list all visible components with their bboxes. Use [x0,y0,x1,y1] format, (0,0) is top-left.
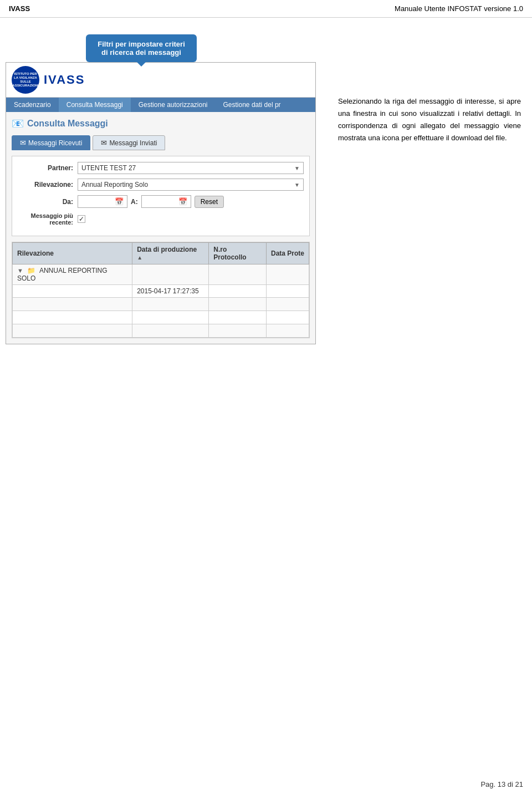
tab-icon-sent: ✉ [101,139,107,147]
partner-select[interactable]: UTENTE TEST 27 ▼ [78,162,304,174]
ivass-logo-circle: ISTITUTO PER LA VIGILANZA SULLE ASSICURA… [12,66,39,94]
page-number: Pag. 13 di 21 [480,780,523,788]
group-proto [209,264,267,285]
form-row-messaggio: Messaggio più recente: ✓ [18,212,304,226]
date-range-row: 📅 A: 📅 Reset [78,195,224,208]
checkbox-check: ✓ [79,215,84,223]
table-body: ▼ 📁 ANNUAL REPORTING SOLO [13,264,309,338]
form-row-date: Da: 📅 A: 📅 Reset [18,195,304,208]
child-rilevazione [13,285,132,298]
ivass-abbr: IVASS [44,73,85,87]
ivass-logo-inner-text: ISTITUTO PER LA VIGILANZA SULLE ASSICURA… [12,72,38,88]
navbar: Scadenzario Consulta Messaggi Gestione a… [6,98,315,112]
site-name: IVASS [9,4,30,13]
nav-gestione-dati[interactable]: Gestione dati del pr [216,98,289,112]
main-content: Filtri per impostare criteri di ricerca … [0,18,532,350]
tab-label-received: Messaggi Ricevuti [28,139,82,147]
folder-icon: 📁 [27,267,35,274]
tooltip-line2: di ricerca dei messaggi [101,48,181,57]
rilevazione-select[interactable]: Annual Reporting Solo ▼ [78,179,304,191]
ivass-logo-area: ISTITUTO PER LA VIGILANZA SULLE ASSICURA… [12,66,85,94]
left-panel: Filtri per impostare criteri di ricerca … [0,18,321,350]
group-data [132,264,209,285]
da-label: Da: [18,198,73,206]
right-panel: Selezionando la riga del messaggio di in… [321,84,532,350]
group-rilevazione: ▼ 📁 ANNUAL REPORTING SOLO [13,264,132,285]
tab-icon-received: ✉ [20,139,26,147]
group-data-proto [266,264,309,285]
child-protocollo [209,285,267,298]
reset-button[interactable]: Reset [195,196,224,208]
table-row-empty-3 [13,324,309,338]
manual-title: Manuale Utente INFOSTAT versione 1.0 [395,4,523,13]
tab-bar: ✉ Messaggi Ricevuti ✉ Messaggi Inviati [12,135,310,150]
tree-expand-icon: ▼ [17,267,23,274]
col-data-proto: Data Prote [266,243,309,264]
app-content: 📧 Consulta Messaggi ✉ Messaggi Ricevuti … [6,112,315,344]
form-row-rilevazione: Rilevazione: Annual Reporting Solo ▼ [18,179,304,191]
page-header: IVASS Manuale Utente INFOSTAT versione 1… [0,0,532,18]
form-panel: Partner: UTENTE TEST 27 ▼ Rilevazione: A… [12,156,310,236]
col-rilevazione: Rilevazione [13,243,132,264]
tooltip-bubble: Filtri per impostare criteri di ricerca … [86,34,197,62]
data-table-container: Rilevazione Data di produzione ▲ N.ro Pr… [12,242,310,338]
description-text: Selezionando la riga del messaggio di in… [338,95,521,144]
partner-value: UTENTE TEST 27 [81,164,136,172]
rilevazione-select-arrow: ▼ [294,182,300,188]
form-row-partner: Partner: UTENTE TEST 27 ▼ [18,162,304,174]
tab-messaggi-inviati[interactable]: ✉ Messaggi Inviati [93,135,165,150]
messaggio-checkbox[interactable]: ✓ [78,215,85,223]
tab-label-sent: Messaggi Inviati [109,139,157,147]
table-row-empty-1 [13,298,309,311]
section-title: Consulta Messaggi [27,119,108,129]
a-date-input[interactable]: 📅 [141,195,191,208]
data-table: Rilevazione Data di produzione ▲ N.ro Pr… [12,242,309,338]
tooltip-line1: Filtri per impostare criteri [98,40,185,48]
da-calendar-icon: 📅 [115,197,124,206]
sort-icon: ▲ [137,255,142,261]
a-calendar-icon: 📅 [178,197,187,206]
app-screenshot: ISTITUTO PER LA VIGILANZA SULLE ASSICURA… [6,62,316,344]
nav-scadenzario[interactable]: Scadenzario [6,98,59,112]
rilevazione-value: Annual Reporting Solo [81,181,148,189]
ivass-logo-text-block: IVASS [44,73,85,87]
partner-select-arrow: ▼ [294,165,300,171]
col-data-produzione[interactable]: Data di produzione ▲ [132,243,209,264]
table-row-group[interactable]: ▼ 📁 ANNUAL REPORTING SOLO [13,264,309,285]
table-row-child[interactable]: 2015-04-17 17:27:35 [13,285,309,298]
child-data-proto [266,285,309,298]
section-icon: 📧 [12,118,24,130]
child-data-produzione: 2015-04-17 17:27:35 [132,285,209,298]
table-header: Rilevazione Data di produzione ▲ N.ro Pr… [13,243,309,264]
da-date-input[interactable]: 📅 [78,195,127,208]
ivass-topbar: ISTITUTO PER LA VIGILANZA SULLE ASSICURA… [6,63,315,98]
section-header: 📧 Consulta Messaggi [12,118,310,130]
nav-gestione-autorizzazioni[interactable]: Gestione autorizzazioni [131,98,216,112]
rilevazione-label: Rilevazione: [18,181,73,189]
col-protocollo: N.ro Protocollo [209,243,267,264]
messaggio-label: Messaggio più recente: [18,212,73,226]
table-row-empty-2 [13,311,309,324]
checkbox-row: ✓ [78,215,85,223]
page-footer: Pag. 13 di 21 [480,780,523,788]
a-label: A: [131,198,138,206]
nav-consulta-messaggi[interactable]: Consulta Messaggi [59,98,131,112]
partner-label: Partner: [18,164,73,172]
tab-messaggi-ricevuti[interactable]: ✉ Messaggi Ricevuti [12,135,90,150]
